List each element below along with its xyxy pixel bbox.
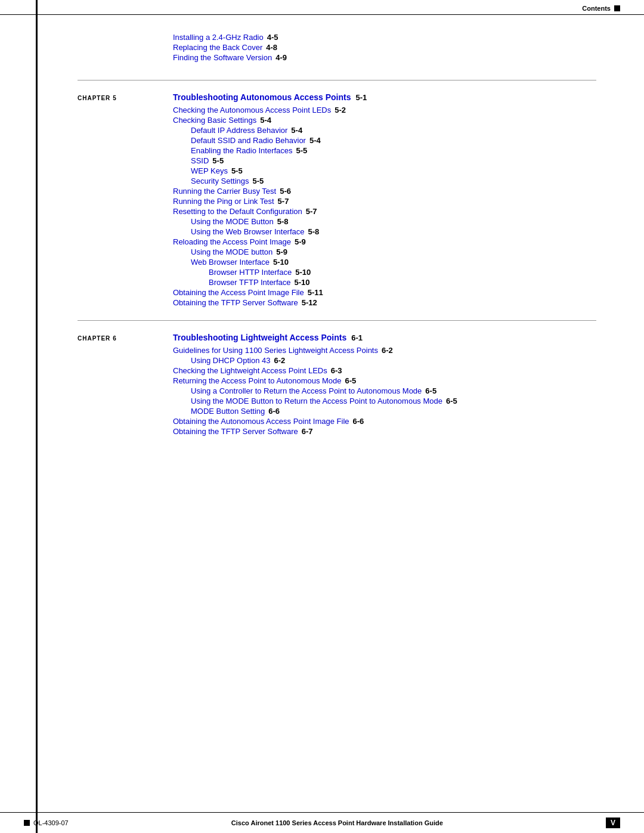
- toc-entry-page: 5-10: [273, 258, 289, 267]
- toc-entry-page: 6-6: [353, 417, 364, 426]
- toc-entry-page: 5-4: [291, 126, 302, 135]
- toc-entry-text[interactable]: Using DHCP Option 43: [191, 356, 270, 365]
- toc-entry-page: 5-8: [277, 217, 289, 226]
- toc-entry-text[interactable]: Running the Carrier Busy Test: [173, 187, 276, 196]
- toc-entry-text[interactable]: Installing a 2.4-GHz Radio: [173, 33, 264, 42]
- toc-entry-text[interactable]: Checking the Lightweight Access Point LE…: [173, 366, 327, 375]
- toc-entry-text[interactable]: Checking the Autonomous Access Point LED…: [173, 106, 331, 114]
- footer-center: Cisco Aironet 1100 Series Access Point H…: [231, 819, 443, 826]
- toc-entry-text[interactable]: Checking Basic Settings: [173, 116, 256, 125]
- chapter-label: chapter: [78, 95, 113, 101]
- chapter-5-title-page: 5-1: [355, 93, 367, 102]
- toc-entry-page: 5-5: [231, 166, 243, 175]
- toc-entry-page: 5-5: [296, 146, 308, 155]
- list-item: Browser HTTP Interface 5-10: [173, 268, 596, 277]
- toc-entry-text[interactable]: Obtaining the Autonomous Access Point Im…: [173, 417, 349, 426]
- chapter-6-label-col: chapter 6: [78, 333, 173, 342]
- chapter-6-title[interactable]: Troubleshooting Lightweight Access Point…: [173, 333, 346, 342]
- toc-entry-text[interactable]: Reloading the Access Point Image: [173, 237, 291, 246]
- footer-square-left: [24, 820, 30, 826]
- chapter-6-title-page: 6-1: [351, 333, 363, 342]
- toc-entry-page: 6-5: [345, 376, 357, 385]
- toc-entry-text[interactable]: MODE Button Setting: [191, 407, 265, 416]
- main-content: Installing a 2.4-GHz Radio 4-5 Replacing…: [0, 15, 644, 485]
- toc-entry-page: 5-6: [280, 187, 291, 196]
- list-item: Using the Web Browser Interface 5-8: [173, 227, 596, 236]
- toc-entry-page: 5-10: [295, 278, 310, 287]
- list-item: Using the MODE Button 5-8: [173, 217, 596, 226]
- toc-entry-text[interactable]: Replacing the Back Cover: [173, 43, 262, 52]
- toc-entry-text[interactable]: SSID: [191, 156, 209, 165]
- toc-entry-text[interactable]: Running the Ping or Link Test: [173, 197, 274, 206]
- toc-entry-page: 5-2: [335, 106, 346, 114]
- toc-entry-text[interactable]: Obtaining the TFTP Server Software: [173, 427, 298, 436]
- list-item: Resetting to the Default Configuration 5…: [173, 207, 596, 216]
- toc-entry-text[interactable]: Default IP Address Behavior: [191, 126, 287, 135]
- list-item: Default IP Address Behavior 5-4: [173, 126, 596, 135]
- list-item: Finding the Software Version 4-9: [173, 53, 596, 62]
- chapter-number: 6: [113, 335, 117, 342]
- toc-entry-page: 6-6: [268, 407, 280, 416]
- toc-entry-page: 5-5: [253, 176, 264, 185]
- top-header: Contents: [0, 0, 644, 15]
- list-item: Using a Controller to Return the Access …: [173, 386, 596, 395]
- toc-entry-text[interactable]: Using the MODE button: [191, 247, 273, 256]
- list-item: Using the MODE button 5-9: [173, 247, 596, 256]
- footer: OL-4309-07 Cisco Aironet 1100 Series Acc…: [0, 812, 644, 833]
- list-item: Obtaining the TFTP Server Software 5-12: [173, 298, 596, 307]
- toc-entry-page: 6-7: [302, 427, 313, 436]
- toc-entry-text[interactable]: Browser HTTP Interface: [209, 268, 292, 277]
- list-item: Checking Basic Settings 5-4: [173, 116, 596, 125]
- toc-entry-page: 5-4: [260, 116, 271, 125]
- list-item: SSID 5-5: [173, 156, 596, 165]
- toc-entry-text[interactable]: Finding the Software Version: [173, 53, 272, 62]
- toc-entry-page: 6-3: [331, 366, 342, 375]
- toc-entry-page: 6-2: [382, 346, 393, 355]
- list-item: WEP Keys 5-5: [173, 166, 596, 175]
- list-item: MODE Button Setting 6-6: [173, 407, 596, 416]
- toc-entry-text[interactable]: Obtaining the Access Point Image File: [173, 288, 304, 297]
- toc-entry-text[interactable]: Using a Controller to Return the Access …: [191, 386, 422, 395]
- toc-entry-text[interactable]: Obtaining the TFTP Server Software: [173, 298, 298, 307]
- list-item: Obtaining the Access Point Image File 5-…: [173, 288, 596, 297]
- list-item: Guidelines for Using 1100 Series Lightwe…: [173, 346, 596, 355]
- toc-entry-text[interactable]: Using the MODE Button: [191, 217, 274, 226]
- toc-entry-text[interactable]: Enabling the Radio Interfaces: [191, 146, 293, 155]
- list-item: Running the Carrier Busy Test 5-6: [173, 187, 596, 196]
- toc-entry-page: 6-5: [425, 386, 436, 395]
- list-item: Security Settings 5-5: [173, 176, 596, 185]
- footer-right: V: [606, 817, 620, 828]
- chapter-title-row: Troubleshooting Lightweight Access Point…: [173, 333, 596, 345]
- chapter-number: 5: [113, 95, 117, 101]
- toc-entry-page: 4-9: [275, 53, 287, 62]
- toc-entry-text[interactable]: Using the MODE Button to Return the Acce…: [191, 397, 442, 405]
- chapter-5-label-col: chapter 5: [78, 92, 173, 102]
- chapter-6-divider: [78, 320, 596, 321]
- toc-entry-page: 5-7: [306, 207, 317, 216]
- toc-entry-page: 5-12: [302, 298, 317, 307]
- chapter-5-title[interactable]: Troubleshooting Autonomous Access Points: [173, 92, 351, 102]
- list-item: Default SSID and Radio Behavior 5-4: [173, 136, 596, 145]
- list-item: Installing a 2.4-GHz Radio 4-5: [173, 33, 596, 42]
- page: Contents Installing a 2.4-GHz Radio 4-5 …: [0, 0, 644, 833]
- toc-entry-text[interactable]: Using the Web Browser Interface: [191, 227, 305, 236]
- toc-entry-text[interactable]: Default SSID and Radio Behavior: [191, 136, 306, 145]
- left-border: [36, 0, 38, 833]
- toc-entry-page: 5-8: [308, 227, 320, 236]
- toc-entry-text[interactable]: Resetting to the Default Configuration: [173, 207, 302, 216]
- list-item: Checking the Autonomous Access Point LED…: [173, 106, 596, 114]
- toc-entry-text[interactable]: Returning the Access Point to Autonomous…: [173, 376, 342, 385]
- page-number: V: [606, 817, 620, 828]
- toc-entry-text[interactable]: Security Settings: [191, 176, 249, 185]
- doc-number: OL-4309-07: [33, 819, 69, 826]
- toc-entry-text[interactable]: Guidelines for Using 1100 Series Lightwe…: [173, 346, 378, 355]
- header-square: [614, 5, 620, 11]
- toc-entry-text[interactable]: Browser TFTP Interface: [209, 278, 291, 287]
- toc-entry-text[interactable]: Web Browser Interface: [191, 258, 270, 267]
- list-item: Enabling the Radio Interfaces 5-5: [173, 146, 596, 155]
- list-item: Checking the Lightweight Access Point LE…: [173, 366, 596, 375]
- list-item: Returning the Access Point to Autonomous…: [173, 376, 596, 385]
- toc-entry-page: 5-11: [308, 288, 323, 297]
- list-item: Running the Ping or Link Test 5-7: [173, 197, 596, 206]
- toc-entry-text[interactable]: WEP Keys: [191, 166, 228, 175]
